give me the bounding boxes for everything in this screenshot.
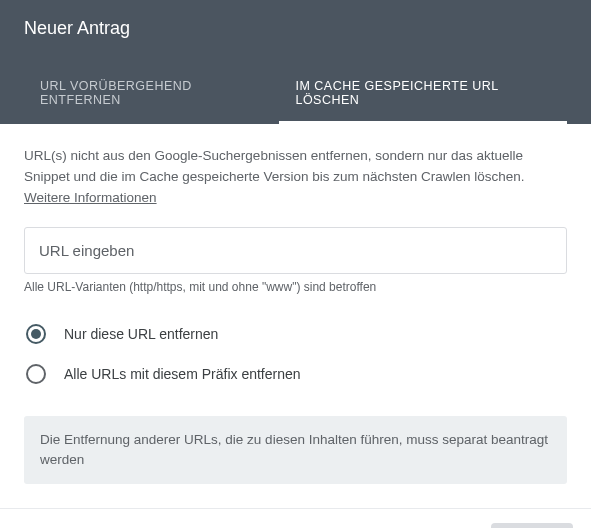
tab-clear-cached[interactable]: Im Cache gespeicherte URL löschen xyxy=(279,69,567,124)
radio-prefix-urls[interactable]: Alle URLs mit diesem Präfix entfernen xyxy=(24,354,567,394)
dialog-header: Neuer Antrag URL vorübergehend entfernen… xyxy=(0,0,591,124)
radio-group: Nur diese URL entfernen Alle URLs mit di… xyxy=(24,314,567,394)
info-note: Die Entfernung anderer URLs, die zu dies… xyxy=(24,416,567,485)
radio-icon xyxy=(26,364,46,384)
radio-label: Alle URLs mit diesem Präfix entfernen xyxy=(64,366,301,382)
dialog-body: URL(s) nicht aus den Google-Suchergebnis… xyxy=(0,124,591,484)
radio-label: Nur diese URL entfernen xyxy=(64,326,218,342)
next-button[interactable]: Weiter xyxy=(491,523,573,528)
description-text: URL(s) nicht aus den Google-Suchergebnis… xyxy=(24,148,525,184)
radio-icon xyxy=(26,324,46,344)
description: URL(s) nicht aus den Google-Suchergebnis… xyxy=(24,146,567,209)
url-hint: Alle URL-Varianten (http/https, mit und … xyxy=(24,280,567,294)
cancel-button[interactable]: Abbrechen xyxy=(368,523,483,528)
url-input[interactable] xyxy=(39,242,552,259)
dialog-title: Neuer Antrag xyxy=(24,18,567,39)
url-input-wrap[interactable] xyxy=(24,227,567,274)
radio-only-this-url[interactable]: Nur diese URL entfernen xyxy=(24,314,567,354)
tab-temporary-remove[interactable]: URL vorübergehend entfernen xyxy=(24,69,279,124)
more-info-link[interactable]: Weitere Informationen xyxy=(24,190,157,205)
dialog-footer: Abbrechen Weiter xyxy=(0,508,591,528)
tabs: URL vorübergehend entfernen Im Cache ges… xyxy=(24,69,567,124)
